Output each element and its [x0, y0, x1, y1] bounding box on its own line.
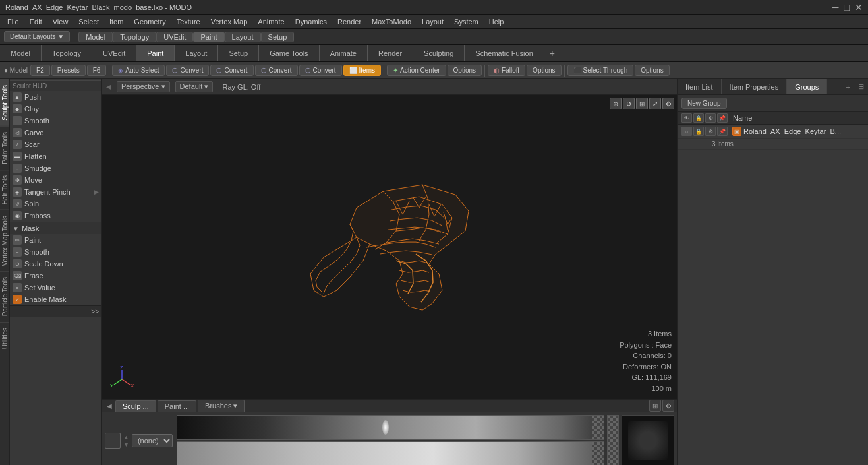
item-pin-toggle[interactable]: 📌	[717, 127, 728, 136]
tab-game-tools[interactable]: Game Tools	[259, 45, 320, 61]
menu-item-system[interactable]: System	[449, 17, 483, 26]
mode-btn-topology[interactable]: Topology	[113, 32, 156, 42]
rpanel-add-button[interactable]: +	[842, 82, 854, 92]
menu-item-help[interactable]: Help	[484, 17, 509, 26]
viewport-zoom-btn[interactable]: ⊞	[636, 98, 648, 109]
tab-add-button[interactable]: +	[544, 46, 560, 61]
preset-arrow-down[interactable]: ▼	[123, 441, 129, 448]
vert-tab-vertex[interactable]: Vertex Map Tools	[0, 210, 9, 272]
tab-sculpting[interactable]: Sculpting	[413, 45, 465, 61]
items-button[interactable]: ⬜ Items	[343, 65, 381, 76]
tool-item-paint-mask[interactable]: ✏ Paint	[10, 234, 101, 246]
close-button[interactable]: ✕	[855, 2, 863, 13]
tab-topology[interactable]: Topology	[42, 45, 92, 61]
bottom-expand-btn[interactable]: ⊞	[649, 400, 661, 412]
options-button-3[interactable]: Options	[635, 65, 669, 76]
settings-col-icon[interactable]: ⚙	[705, 113, 716, 123]
tool-item-scale-down[interactable]: ⊖ Scale Down	[10, 258, 101, 270]
maximize-button[interactable]: □	[844, 2, 850, 13]
preset-thumbnail[interactable]	[105, 433, 121, 449]
mode-btn-model[interactable]: Model	[78, 32, 113, 42]
tab-model[interactable]: Model	[0, 45, 42, 61]
vert-tab-paint[interactable]: Paint Tools	[0, 126, 9, 170]
tool-item-smooth-mask[interactable]: ~ Smooth	[10, 246, 101, 258]
item-settings-toggle[interactable]: ⚙	[705, 127, 716, 136]
tab-setup[interactable]: Setup	[218, 45, 259, 61]
left-expand-button[interactable]: >>	[10, 305, 101, 317]
lighting-dropdown[interactable]: Default ▾	[175, 81, 214, 92]
options-button-1[interactable]: Options	[448, 65, 482, 76]
bottom-tab-brushes[interactable]: Brushes ▾	[198, 400, 245, 412]
auto-select-button[interactable]: ◈ Auto Select	[112, 65, 165, 76]
item-visibility-toggle[interactable]: ○	[681, 127, 692, 136]
vert-tab-sculpt[interactable]: Sculpt Tools	[0, 79, 9, 126]
falloff-button[interactable]: ◐ Falloff	[488, 65, 525, 76]
menu-item-dynamics[interactable]: Dynamics	[291, 17, 332, 26]
preset-dropdown[interactable]: (none)	[132, 434, 173, 447]
tool-item-clay[interactable]: ◆ Clay	[10, 103, 101, 115]
minimize-button[interactable]: ─	[832, 2, 839, 13]
f2-button[interactable]: F2	[30, 65, 50, 76]
tab-render[interactable]: Render	[368, 45, 413, 61]
tool-item-emboss[interactable]: ◉ Emboss	[10, 210, 101, 222]
convert-button-2[interactable]: ⬡ Convert	[210, 65, 253, 76]
mode-btn-setup[interactable]: Setup	[261, 32, 295, 42]
select-through-button[interactable]: ⬛ Select Through	[567, 65, 634, 76]
mode-btn-paint[interactable]: Paint	[193, 32, 224, 42]
vert-tab-hair[interactable]: Hair Tools	[0, 170, 9, 210]
tool-item-push[interactable]: ▲ Push	[10, 91, 101, 103]
mask-header[interactable]: ▼ Mask	[10, 222, 101, 234]
tool-item-carve[interactable]: ◁ Carve	[10, 127, 101, 139]
menu-item-vertex map[interactable]: Vertex Map	[206, 17, 252, 26]
convert-button-4[interactable]: ⬡ Convert	[299, 65, 342, 76]
f6-button[interactable]: F6	[87, 65, 107, 76]
tab-layout[interactable]: Layout	[175, 45, 218, 61]
menu-item-item[interactable]: Item	[105, 17, 128, 26]
rpanel-tab-item-properties[interactable]: Item Properties	[722, 79, 788, 94]
tool-item-erase[interactable]: ⌫ Erase	[10, 270, 101, 282]
menu-item-maxtomodo[interactable]: MaxToModo	[367, 17, 416, 26]
tool-item-flatten[interactable]: ▬ Flatten	[10, 150, 101, 162]
new-group-button[interactable]: New Group	[681, 98, 727, 109]
menu-item-layout[interactable]: Layout	[417, 17, 448, 26]
rpanel-tab-item-list[interactable]: Item List	[678, 79, 722, 94]
menu-item-file[interactable]: File	[3, 17, 24, 26]
viewport-nav-btn[interactable]: ⊕	[610, 98, 622, 109]
lock-col-icon[interactable]: 🔒	[693, 113, 704, 123]
rpanel-tab-groups[interactable]: Groups	[787, 79, 827, 94]
item-lock-toggle[interactable]: 🔒	[693, 127, 704, 136]
viewport-settings-btn[interactable]: ⚙	[662, 98, 674, 109]
tool-item-smudge[interactable]: ○ Smudge	[10, 162, 101, 174]
viewport-fit-btn[interactable]: ⤢	[649, 98, 661, 109]
default-layouts-button[interactable]: Default Layouts ▼	[4, 31, 70, 42]
tab-uvedit[interactable]: UVEdit	[92, 45, 136, 61]
menu-item-view[interactable]: View	[48, 17, 73, 26]
menu-item-texture[interactable]: Texture	[172, 17, 205, 26]
tool-item-set-value[interactable]: = Set Value	[10, 282, 101, 294]
perspective-dropdown[interactable]: Perspective ▾	[117, 81, 170, 92]
tool-item-smooth[interactable]: ~ Smooth	[10, 115, 101, 127]
convert-button-1[interactable]: ⬡ Convert	[166, 65, 209, 76]
convert-button-3[interactable]: ⬡ Convert	[255, 65, 298, 76]
action-center-button[interactable]: ✦ Action Center	[387, 65, 446, 76]
tool-item-scar[interactable]: / Scar	[10, 139, 101, 150]
menu-item-render[interactable]: Render	[333, 17, 366, 26]
bottom-settings-btn[interactable]: ⚙	[662, 400, 674, 412]
options-button-2[interactable]: Options	[527, 65, 561, 76]
tab-paint[interactable]: Paint	[136, 45, 175, 61]
viewport-rotate-btn[interactable]: ↺	[623, 98, 635, 109]
tool-item-spin[interactable]: ↺ Spin	[10, 198, 101, 210]
tab-animate[interactable]: Animate	[320, 45, 368, 61]
preset-arrow-up[interactable]: ▲	[123, 434, 129, 441]
presets-button[interactable]: Presets	[51, 65, 86, 76]
vert-tab-particle[interactable]: Particle Tools	[0, 271, 9, 321]
pin-col-icon[interactable]: 📌	[717, 113, 728, 123]
bottom-tab-sculpt[interactable]: Sculp ...	[115, 400, 156, 412]
menu-item-animate[interactable]: Animate	[253, 17, 289, 26]
tool-item-tangent-pinch[interactable]: ◈ Tangent Pinch ▶	[10, 186, 101, 198]
mode-btn-uvedit[interactable]: UVEdit	[156, 32, 193, 42]
menu-item-geometry[interactable]: Geometry	[129, 17, 170, 26]
tab-schematic-fusion[interactable]: Schematic Fusion	[465, 45, 544, 61]
visibility-col-icon[interactable]: 👁	[681, 113, 692, 123]
menu-item-edit[interactable]: Edit	[25, 17, 47, 26]
